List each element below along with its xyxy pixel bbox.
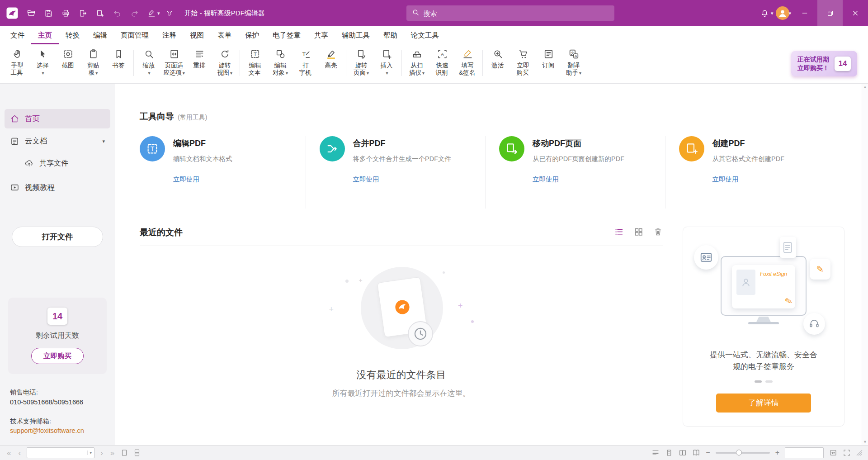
menu-comment[interactable]: 注释	[156, 26, 183, 44]
undo-icon[interactable]	[108, 4, 126, 22]
sidebar-item-cloud-docs[interactable]: 云文档 ▾	[5, 131, 110, 151]
ribbon-zoom[interactable]: 缩放▾	[136, 45, 161, 81]
sidebar-item-home[interactable]: 首页	[5, 109, 110, 128]
ribbon-from-scanner[interactable]: 从扫描仪▾	[404, 45, 429, 81]
tool-card-move-pdf-pages[interactable]: 移动PDF页面从已有的PDF页面创建新的PDF 立即使用	[485, 136, 665, 209]
ribbon-highlight[interactable]: 高亮	[318, 45, 344, 81]
menu-file[interactable]: 文件	[4, 26, 31, 44]
page-number-box[interactable]: ▾	[27, 447, 94, 458]
ribbon-select[interactable]: 选择▾	[30, 45, 55, 81]
open-file-button[interactable]: 打开文件	[12, 227, 103, 247]
use-now-link[interactable]: 立即使用	[353, 175, 478, 184]
cloud-docs-caret-icon[interactable]: ▾	[102, 138, 105, 144]
last-page-button[interactable]: »	[109, 449, 116, 457]
scroll-up-icon[interactable]: ▲	[863, 85, 867, 89]
zoom-out-button[interactable]: −	[706, 449, 710, 456]
ribbon-edit-object[interactable]: 编辑对象▾	[268, 45, 293, 81]
ribbon-typewriter[interactable]: T打字机	[293, 45, 318, 81]
menu-view[interactable]: 视图	[183, 26, 211, 44]
minimize-button[interactable]	[792, 0, 817, 26]
carousel-dots[interactable]	[755, 380, 773, 383]
ribbon-fill-sign[interactable]: 填写&签名	[455, 45, 480, 81]
menu-paper-tools[interactable]: 论文工具	[404, 26, 446, 44]
page-fit-icon	[169, 47, 180, 61]
sidebar-item-shared-files[interactable]: 共享文件	[5, 154, 110, 173]
menu-form[interactable]: 表单	[211, 26, 238, 44]
menu-accessibility[interactable]: 辅助工具	[335, 26, 377, 44]
clear-recent-trash-icon[interactable]	[653, 227, 663, 238]
ribbon-rotate-view[interactable]: 旋转视图▾	[212, 45, 237, 81]
grid-view-icon[interactable]	[634, 227, 643, 238]
single-page-layout-icon[interactable]	[120, 449, 128, 457]
menu-share[interactable]: 共享	[307, 26, 335, 44]
ribbon-bookmark[interactable]: 书签	[106, 45, 131, 81]
page-number-input[interactable]	[27, 450, 87, 456]
ribbon-quick-ocr[interactable]: A快速识别	[429, 45, 455, 81]
search-box[interactable]	[406, 5, 614, 21]
list-view-icon[interactable]	[614, 227, 624, 238]
vertical-scrollbar[interactable]: ▲ ▼	[862, 84, 868, 445]
menu-esign[interactable]: 电子签章	[266, 26, 307, 44]
resize-grip[interactable]	[856, 450, 863, 456]
zoom-slider[interactable]	[716, 452, 770, 454]
trial-banner[interactable]: 正在试用期立即购买！ 14	[791, 51, 857, 76]
ribbon-buy-now[interactable]: 立即购买	[510, 45, 536, 81]
single-page-view-icon[interactable]	[665, 449, 673, 457]
account-caret-icon[interactable]: ▾	[788, 10, 791, 16]
continuous-layout-icon[interactable]	[133, 449, 141, 457]
ribbon-translate[interactable]: 文A翻译助手▾	[561, 45, 586, 81]
ribbon-edit-text[interactable]: T编辑文本	[242, 45, 268, 81]
menu-convert[interactable]: 转换	[59, 26, 86, 44]
create-pdf-icon[interactable]	[91, 4, 108, 22]
ribbon-snapshot[interactable]: 截图	[55, 45, 80, 81]
menu-edit[interactable]: 编辑	[86, 26, 114, 44]
use-now-link[interactable]: 立即使用	[173, 175, 298, 184]
ribbon-subscribe[interactable]: 订阅	[536, 45, 561, 81]
buy-now-button[interactable]: 立即购买	[31, 348, 84, 364]
tool-card-edit-pdf[interactable]: T 编辑PDF编辑文档和文本格式 立即使用	[140, 136, 306, 209]
first-page-button[interactable]: «	[5, 449, 12, 457]
save-icon[interactable]	[40, 4, 57, 22]
scroll-down-icon[interactable]: ▼	[863, 440, 867, 444]
customize-toolbar-icon[interactable]	[161, 4, 178, 22]
zoom-slider-thumb[interactable]	[736, 450, 742, 455]
fit-width-icon[interactable]	[829, 449, 837, 457]
zoom-percent-box[interactable]	[785, 447, 824, 458]
ribbon-clipboard[interactable]: 剪贴板▾	[80, 45, 106, 81]
ribbon-reflow[interactable]: 重排	[187, 45, 212, 81]
zoom-in-button[interactable]: +	[775, 449, 779, 456]
open-file-icon[interactable]	[23, 4, 40, 22]
ribbon-activate[interactable]: 激活	[485, 45, 510, 81]
book-view-icon[interactable]	[692, 449, 700, 457]
facing-pages-view-icon[interactable]	[679, 449, 687, 457]
ribbon-rotate-pages[interactable]: 旋转页面▾	[349, 45, 374, 81]
zoom-percent-input[interactable]	[785, 448, 823, 458]
search-input[interactable]	[423, 9, 609, 17]
tool-card-merge-pdf[interactable]: 合并PDF将多个文件合并生成一个PDF文件 立即使用	[306, 136, 486, 209]
menu-page-organize[interactable]: 页面管理	[114, 26, 156, 44]
sidebar-item-video-tutorials[interactable]: 视频教程	[5, 178, 110, 197]
reading-lines-view-icon[interactable]	[651, 449, 660, 457]
support-email-link[interactable]: support@foxitsoftware.cn	[10, 426, 115, 436]
close-button[interactable]	[843, 0, 868, 26]
menu-protect[interactable]: 保护	[238, 26, 266, 44]
next-page-button[interactable]: ›	[99, 449, 104, 457]
print-icon[interactable]	[57, 4, 74, 22]
export-icon[interactable]	[74, 4, 91, 22]
ribbon-hand-tool[interactable]: 手型工具	[5, 45, 30, 81]
menu-home[interactable]: 主页	[31, 26, 59, 44]
ribbon-page-fit[interactable]: 页面适应选项▾	[161, 45, 187, 81]
restore-button[interactable]	[817, 0, 843, 26]
previous-page-button[interactable]: ‹	[17, 449, 22, 457]
menu-help[interactable]: 帮助	[377, 26, 404, 44]
tool-card-create-pdf[interactable]: 创建PDF从其它格式文件创建PDF 立即使用	[665, 136, 845, 209]
use-now-link[interactable]: 立即使用	[533, 175, 658, 184]
fit-page-icon[interactable]	[843, 449, 851, 457]
use-now-link[interactable]: 立即使用	[712, 175, 838, 184]
ribbon-insert[interactable]: 插入▾	[374, 45, 399, 81]
page-dropdown-caret-icon[interactable]: ▾	[87, 451, 94, 455]
redo-icon[interactable]	[126, 4, 143, 22]
quick-sign-caret-icon[interactable]: ▾	[157, 10, 160, 16]
learn-more-button[interactable]: 了解详情	[716, 394, 811, 413]
notification-caret-icon[interactable]: ▾	[771, 10, 774, 16]
